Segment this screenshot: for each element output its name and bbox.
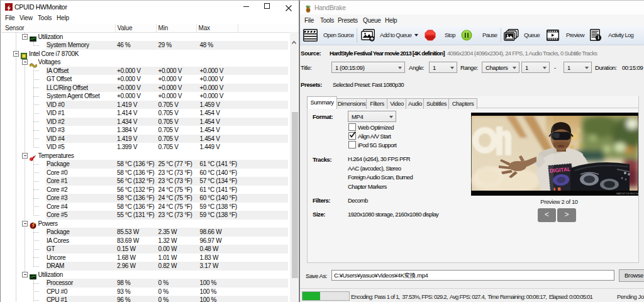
svg-text:HARDSTYLE FESTIVAL 2013: HARDSTYLE FESTIVAL 2013: [616, 193, 638, 195]
